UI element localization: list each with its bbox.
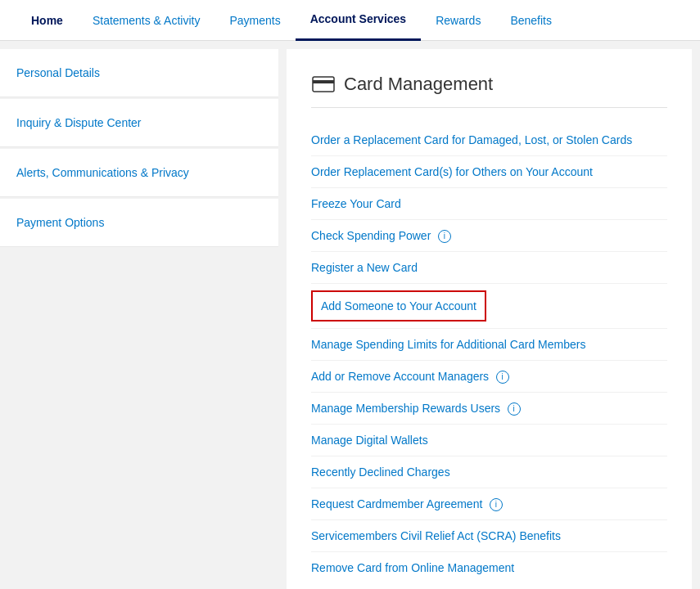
menu-item-cardmember-agreement: Request Cardmember Agreement i: [311, 488, 667, 520]
link-cardmember-agreement[interactable]: Request Cardmember Agreement: [311, 497, 482, 510]
sidebar-item-alerts[interactable]: Alerts, Communications & Privacy: [0, 149, 278, 197]
menu-item-replacement-damaged: Order a Replacement Card for Damaged, Lo…: [311, 124, 667, 156]
menu-item-register-new-card: Register a New Card: [311, 252, 667, 284]
spending-power-info-icon[interactable]: i: [438, 230, 451, 243]
sidebar-link-alerts[interactable]: Alerts, Communications & Privacy: [16, 166, 189, 179]
nav-account-services[interactable]: Account Services: [296, 0, 422, 41]
menu-item-add-someone: Add Someone to Your Account: [311, 284, 667, 329]
menu-item-replacement-others: Order Replacement Card(s) for Others on …: [311, 156, 667, 188]
menu-item-declined-charges: Recently Declined Charges: [311, 456, 667, 488]
link-membership-rewards[interactable]: Manage Membership Rewards Users: [311, 402, 500, 415]
link-spending-power[interactable]: Check Spending Power: [311, 229, 431, 242]
svg-rect-1: [313, 80, 334, 83]
nav-rewards[interactable]: Rewards: [421, 0, 495, 41]
sidebar-link-payment-options[interactable]: Payment Options: [16, 216, 104, 229]
card-management-icon: [311, 75, 336, 93]
section-title: Card Management: [344, 74, 493, 95]
menu-item-digital-wallets: Manage Digital Wallets: [311, 425, 667, 456]
link-declined-charges[interactable]: Recently Declined Charges: [311, 465, 450, 479]
page-layout: Personal Details Inquiry & Dispute Cente…: [0, 41, 700, 589]
card-management-menu: Order a Replacement Card for Damaged, Lo…: [311, 124, 667, 583]
link-replacement-others[interactable]: Order Replacement Card(s) for Others on …: [311, 165, 593, 178]
nav-payments[interactable]: Payments: [215, 0, 295, 41]
sidebar-item-payment-options[interactable]: Payment Options: [0, 199, 278, 247]
link-replacement-damaged[interactable]: Order a Replacement Card for Damaged, Lo…: [311, 133, 632, 146]
menu-item-spending-power: Check Spending Power i: [311, 220, 667, 252]
main-content: Card Management Order a Replacement Card…: [287, 49, 692, 589]
sidebar-item-personal-details[interactable]: Personal Details: [0, 49, 278, 97]
top-navigation: Home Statements & Activity Payments Acco…: [0, 0, 700, 41]
link-freeze-card[interactable]: Freeze Your Card: [311, 197, 401, 210]
link-account-managers[interactable]: Add or Remove Account Managers: [311, 370, 489, 383]
menu-item-account-managers: Add or Remove Account Managers i: [311, 361, 667, 393]
link-remove-card[interactable]: Remove Card from Online Management: [311, 561, 514, 574]
sidebar-link-inquiry[interactable]: Inquiry & Dispute Center: [16, 116, 142, 129]
membership-rewards-info-icon[interactable]: i: [508, 402, 521, 416]
nav-benefits[interactable]: Benefits: [495, 0, 567, 41]
account-managers-info-icon[interactable]: i: [496, 371, 509, 384]
menu-item-scra: Servicemembers Civil Relief Act (SCRA) B…: [311, 520, 667, 552]
cardmember-agreement-info-icon[interactable]: i: [490, 498, 503, 511]
nav-home[interactable]: Home: [16, 0, 78, 41]
nav-statements[interactable]: Statements & Activity: [78, 0, 215, 41]
menu-item-remove-card: Remove Card from Online Management: [311, 552, 667, 583]
menu-item-freeze-card: Freeze Your Card: [311, 188, 667, 220]
link-manage-spending-limits[interactable]: Manage Spending Limits for Additional Ca…: [311, 338, 585, 351]
sidebar: Personal Details Inquiry & Dispute Cente…: [0, 41, 278, 589]
link-register-new-card[interactable]: Register a New Card: [311, 261, 418, 274]
sidebar-link-personal-details[interactable]: Personal Details: [16, 66, 100, 79]
svg-rect-0: [313, 77, 334, 92]
link-scra[interactable]: Servicemembers Civil Relief Act (SCRA) B…: [311, 529, 561, 542]
menu-item-membership-rewards: Manage Membership Rewards Users i: [311, 393, 667, 425]
link-digital-wallets[interactable]: Manage Digital Wallets: [311, 434, 428, 447]
highlighted-add-someone: Add Someone to Your Account: [311, 290, 486, 321]
menu-item-manage-spending-limits: Manage Spending Limits for Additional Ca…: [311, 329, 667, 361]
sidebar-item-inquiry[interactable]: Inquiry & Dispute Center: [0, 99, 278, 147]
section-header: Card Management: [311, 74, 667, 108]
link-add-someone[interactable]: Add Someone to Your Account: [321, 299, 476, 312]
